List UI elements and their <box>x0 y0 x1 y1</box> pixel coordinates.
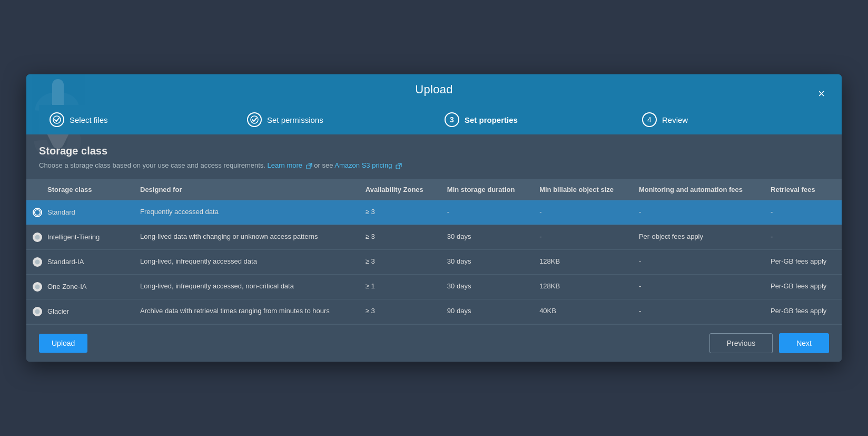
col-min-storage: Min storage duration <box>439 179 531 200</box>
cell-retrieval: - <box>762 200 842 225</box>
cell-designed-for: Frequently accessed data <box>132 200 357 225</box>
cell-min-billable: - <box>531 225 630 249</box>
cell-name: Standard-IA <box>26 249 132 274</box>
cell-az: ≥ 3 <box>357 249 439 274</box>
cell-monitoring: - <box>630 249 762 274</box>
close-button[interactable]: × <box>814 86 829 102</box>
step-4-label: Review <box>662 115 688 124</box>
col-availability-zones: Availability Zones <box>357 179 439 200</box>
cell-min-storage: 30 days <box>439 274 531 299</box>
col-designed-for: Designed for <box>132 179 357 200</box>
cell-retrieval: Per-GB fees apply <box>762 299 842 324</box>
col-storage-class: Storage class <box>26 179 132 200</box>
cell-min-storage: 30 days <box>439 225 531 249</box>
cell-designed-for: Long-lived, infrequently accessed data <box>132 249 357 274</box>
section-description: Choose a storage class based on your use… <box>26 160 842 179</box>
cell-min-storage: 30 days <box>439 249 531 274</box>
cell-monitoring: - <box>630 200 762 225</box>
cell-az: ≥ 3 <box>357 299 439 324</box>
step-3-icon: 3 <box>445 112 459 127</box>
cell-retrieval: Per-GB fees apply <box>762 274 842 299</box>
table-row[interactable]: One Zone-IA Long-lived, infrequently acc… <box>26 274 842 299</box>
external-link-icon-1 <box>306 163 312 169</box>
modal-header: 3 Upload × Select files <box>26 74 842 134</box>
cell-name: Intelligent-Tiering <box>26 225 132 249</box>
table-header-row: Storage class Designed for Availability … <box>26 179 842 200</box>
step-4[interactable]: 4 Review <box>632 105 829 134</box>
cell-monitoring: - <box>630 299 762 324</box>
table-row[interactable]: Intelligent-Tiering Long-lived data with… <box>26 225 842 249</box>
col-retrieval: Retrieval fees <box>762 179 842 200</box>
section-title: Storage class <box>26 134 842 160</box>
radio-2[interactable] <box>33 257 42 267</box>
cell-retrieval: Per-GB fees apply <box>762 249 842 274</box>
step-1-icon <box>50 112 64 127</box>
radio-0[interactable] <box>33 208 42 217</box>
upload-modal: 3 Upload × Select files <box>26 74 842 362</box>
cell-az: ≥ 3 <box>357 225 439 249</box>
table-row[interactable]: Standard-IA Long-lived, infrequently acc… <box>26 249 842 274</box>
previous-button[interactable]: Previous <box>709 333 773 353</box>
step-2-label: Set permissions <box>267 115 323 124</box>
storage-class-table: Storage class Designed for Availability … <box>26 179 842 324</box>
cell-min-billable: 40KB <box>531 299 630 324</box>
col-min-billable: Min billable object size <box>531 179 630 200</box>
cell-designed-for: Long-lived data with changing or unknown… <box>132 225 357 249</box>
checkmark-icon-2 <box>250 115 259 124</box>
steps-row: Select files Set permissions 3 Set prope… <box>39 105 829 134</box>
radio-1[interactable] <box>33 232 42 242</box>
step-2[interactable]: Set permissions <box>236 105 434 134</box>
s3-pricing-link[interactable]: Amazon S3 pricing <box>334 161 402 169</box>
storage-table-body: Standard Frequently accessed data ≥ 3 - … <box>26 200 842 324</box>
cell-name: Glacier <box>26 299 132 324</box>
radio-3[interactable] <box>33 282 42 292</box>
cell-monitoring: Per-object fees apply <box>630 225 762 249</box>
external-link-icon-2 <box>396 163 402 169</box>
step-3[interactable]: 3 Set properties <box>434 105 632 134</box>
step-3-label: Set properties <box>465 115 518 124</box>
checkmark-icon <box>53 115 61 124</box>
cell-designed-for: Long-lived, infrequently accessed, non-c… <box>132 274 357 299</box>
step-4-icon: 4 <box>642 112 657 127</box>
svg-point-7 <box>35 259 41 265</box>
cell-monitoring: - <box>630 274 762 299</box>
cell-retrieval: - <box>762 225 842 249</box>
modal-title: Upload <box>415 83 453 96</box>
section-header: Storage class Choose a storage class bas… <box>26 134 842 179</box>
col-monitoring: Monitoring and automation fees <box>630 179 762 200</box>
cell-min-billable: 128KB <box>531 274 630 299</box>
radio-4[interactable] <box>33 307 42 316</box>
svg-point-5 <box>35 210 41 216</box>
learn-more-link[interactable]: Learn more <box>268 161 314 169</box>
step-1-label: Select files <box>70 115 108 124</box>
table-row[interactable]: Standard Frequently accessed data ≥ 3 - … <box>26 200 842 225</box>
cell-name: One Zone-IA <box>26 274 132 299</box>
cell-min-storage: - <box>439 200 531 225</box>
cell-min-storage: 90 days <box>439 299 531 324</box>
title-row: Upload × <box>39 83 829 105</box>
cell-az: ≥ 3 <box>357 200 439 225</box>
step-2-icon <box>247 112 262 127</box>
next-button[interactable]: Next <box>779 333 829 353</box>
upload-button[interactable]: Upload <box>39 334 87 353</box>
svg-point-6 <box>35 235 41 240</box>
svg-point-8 <box>35 284 41 290</box>
step-1[interactable]: Select files <box>39 105 236 134</box>
table-row[interactable]: Glacier Archive data with retrieval time… <box>26 299 842 324</box>
cell-min-billable: - <box>531 200 630 225</box>
cell-designed-for: Archive data with retrieval times rangin… <box>132 299 357 324</box>
footer-nav-buttons: Previous Next <box>709 333 829 353</box>
modal-body: Storage class Choose a storage class bas… <box>26 134 842 324</box>
cell-min-billable: 128KB <box>531 249 630 274</box>
modal-footer: Upload Previous Next <box>26 324 842 362</box>
cell-name: Standard <box>26 200 132 225</box>
cell-az: ≥ 1 <box>357 274 439 299</box>
svg-point-9 <box>35 309 41 315</box>
